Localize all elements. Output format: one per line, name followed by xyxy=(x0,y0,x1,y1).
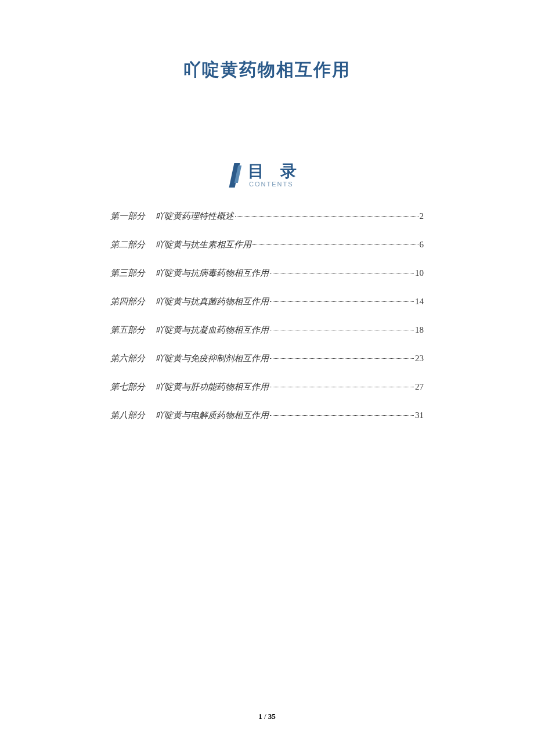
toc-part-label: 第八部分 xyxy=(110,410,145,421)
toc-chapter-title: 吖啶黄与抗生素相互作用 xyxy=(156,239,251,250)
toc-part-label: 第七部分 xyxy=(110,381,145,393)
toc-item: 第二部分 吖啶黄与抗生素相互作用 6 xyxy=(110,239,424,250)
toc-page-number: 31 xyxy=(415,411,424,420)
toc-item: 第六部分 吖啶黄与免疫抑制剂相互作用 23 xyxy=(110,353,424,364)
toc-chapter-title: 吖啶黄与免疫抑制剂相互作用 xyxy=(156,353,269,364)
toc-item: 第一部分 吖啶黄药理特性概述 2 xyxy=(110,211,424,222)
toc-leader-dots xyxy=(270,301,414,302)
toc-part-label: 第四部分 xyxy=(110,296,145,307)
toc-leader-dots xyxy=(270,358,414,359)
toc-part-label: 第三部分 xyxy=(110,268,145,279)
toc-item: 第八部分 吖啶黄与电解质药物相互作用 31 xyxy=(110,410,424,421)
toc-leader-dots xyxy=(270,273,414,273)
toc-chapter-title: 吖啶黄与电解质药物相互作用 xyxy=(156,410,269,421)
toc-header: 目 录 CONTENTS xyxy=(70,163,464,188)
toc-chapter-title: 吖啶黄药理特性概述 xyxy=(156,211,234,222)
toc-item: 第七部分 吖啶黄与肝功能药物相互作用 27 xyxy=(110,381,424,393)
toc-leader-dots xyxy=(270,387,414,387)
document-title: 吖啶黄药物相互作用 xyxy=(70,58,464,82)
toc-leader-dots xyxy=(270,415,414,416)
toc-leader-dots xyxy=(270,330,414,330)
toc-chapter-title: 吖啶黄与抗真菌药物相互作用 xyxy=(156,296,269,307)
toc-page-number: 27 xyxy=(415,382,424,392)
toc-page-number: 23 xyxy=(415,354,424,363)
total-page-number: 35 xyxy=(268,712,276,721)
toc-page-number: 6 xyxy=(420,240,424,250)
toc-decoration-icon xyxy=(232,163,243,188)
page-separator: / xyxy=(262,712,268,721)
toc-chapter-title: 吖啶黄与抗病毒药物相互作用 xyxy=(156,268,269,279)
toc-page-number: 18 xyxy=(415,325,424,335)
toc-leader-dots xyxy=(235,216,418,217)
toc-item: 第三部分 吖啶黄与抗病毒药物相互作用 10 xyxy=(110,268,424,279)
toc-chapter-title: 吖啶黄与抗凝血药物相互作用 xyxy=(156,325,269,336)
page-footer: 1 / 35 xyxy=(0,712,534,721)
toc-heading: 目 录 xyxy=(248,163,302,179)
toc-list: 第一部分 吖啶黄药理特性概述 2 第二部分 吖啶黄与抗生素相互作用 6 第三部分… xyxy=(70,211,464,421)
toc-part-label: 第二部分 xyxy=(110,239,145,250)
toc-part-label: 第五部分 xyxy=(110,325,145,336)
toc-part-label: 第一部分 xyxy=(110,211,145,222)
toc-item: 第四部分 吖啶黄与抗真菌药物相互作用 14 xyxy=(110,296,424,307)
toc-leader-dots xyxy=(252,244,418,245)
toc-page-number: 14 xyxy=(415,297,424,307)
toc-part-label: 第六部分 xyxy=(110,353,145,364)
toc-chapter-title: 吖啶黄与肝功能药物相互作用 xyxy=(156,381,269,393)
toc-item: 第五部分 吖啶黄与抗凝血药物相互作用 18 xyxy=(110,325,424,336)
toc-page-number: 10 xyxy=(415,268,424,278)
toc-page-number: 2 xyxy=(420,211,424,221)
toc-subtitle: CONTENTS xyxy=(249,181,294,188)
toc-title-wrap: 目 录 CONTENTS xyxy=(248,163,302,188)
page-container: 吖啶黄药物相互作用 目 录 CONTENTS 第一部分 吖啶黄药理特性概述 2 … xyxy=(0,0,534,756)
